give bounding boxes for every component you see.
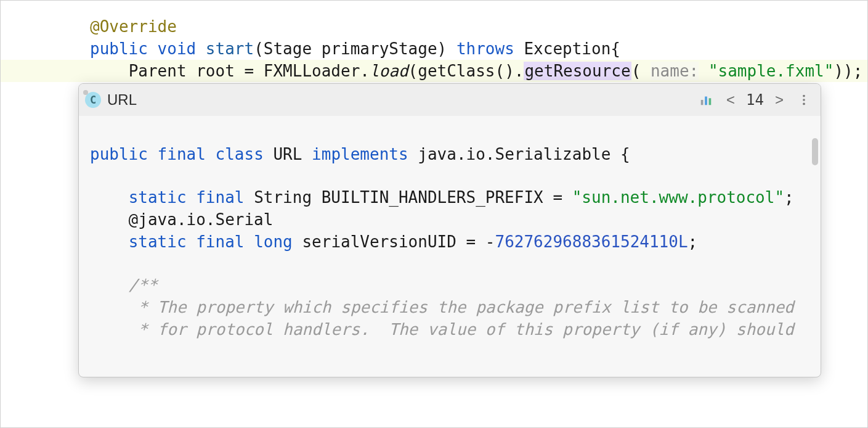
popup-title: URL [107, 91, 137, 109]
svg-rect-2 [709, 98, 712, 105]
editor-frame: @Override public void start(Stage primar… [0, 0, 868, 428]
popup-body[interactable]: public final class URL implements java.i… [79, 116, 821, 377]
code-line: * The property which specifies the packa… [79, 296, 821, 318]
param-hint: name: [651, 62, 699, 80]
svg-rect-1 [705, 97, 707, 105]
page-number: 14 [745, 91, 765, 109]
code-line: * for protocol handlers. The value of th… [79, 318, 821, 340]
code-line: /** [79, 274, 821, 296]
popup-header: C URL < 14 > [79, 84, 821, 116]
next-button[interactable]: > [771, 90, 787, 110]
code-line: static final long serialVersionUID = -76… [79, 231, 821, 253]
selected-identifier: getResource [524, 62, 631, 80]
editor-line[interactable]: public void start(Stage primaryStage) th… [1, 38, 867, 60]
svg-point-3 [803, 95, 805, 97]
class-icon: C [85, 92, 101, 108]
svg-point-5 [803, 103, 805, 105]
code-line: static final String BUILTIN_HANDLERS_PRE… [79, 186, 821, 208]
svg-point-4 [803, 99, 805, 101]
quick-definition-popup: C URL < 14 > public final class URL impl… [78, 83, 821, 377]
svg-rect-0 [701, 100, 704, 105]
code-line: @java.io.Serial [79, 208, 821, 231]
usage-icon[interactable] [696, 92, 716, 108]
prev-button[interactable]: < [723, 90, 739, 110]
override-annotation: @Override [90, 17, 177, 36]
editor-line[interactable]: @Override [1, 15, 867, 38]
more-icon[interactable] [793, 92, 814, 108]
editor-line-highlighted[interactable]: Parent root = FXMLLoader.load(getClass()… [1, 60, 867, 82]
code-line: public final class URL implements java.i… [79, 143, 821, 165]
